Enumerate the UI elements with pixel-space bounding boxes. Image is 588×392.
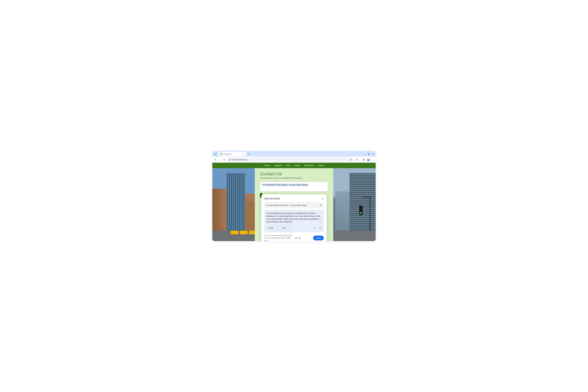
extensions-button[interactable] [356, 158, 358, 161]
thumbs-up-icon [295, 237, 298, 239]
close-window-button[interactable] [372, 153, 374, 155]
reload-icon [223, 158, 226, 161]
nav-support[interactable]: Support [274, 164, 281, 166]
close-icon [242, 153, 244, 155]
browser-toolbar: www.example.com [212, 157, 376, 163]
new-tab-button[interactable] [247, 152, 250, 156]
feedback-thumbs [295, 237, 301, 239]
nav-about[interactable]: About [318, 164, 324, 166]
hero: Contact Us Ask a question or write a mes… [212, 168, 376, 241]
svg-rect-3 [364, 159, 364, 160]
minimize-button[interactable] [363, 153, 365, 155]
caret-down-icon [289, 227, 290, 228]
browser-window: Contact Us www.example.com [212, 151, 376, 241]
svg-point-6 [373, 160, 373, 160]
undo-icon [314, 226, 316, 229]
google-icon [229, 159, 231, 161]
caret-down-icon [276, 227, 278, 228]
page-subtitle: Ask a question or write a message to the… [260, 177, 328, 179]
site-nav: Home Support Chat FAQs Resources About [212, 163, 376, 168]
divider [360, 158, 360, 161]
message-textarea[interactable]: im interested in this place - do you all… [260, 182, 328, 192]
maximize-button[interactable] [368, 153, 370, 155]
tab-title: Contact Us [223, 153, 232, 155]
star-icon [350, 158, 352, 161]
window-controls [363, 153, 374, 155]
tab-strip: Contact Us [212, 151, 376, 157]
tone-label: Tone [282, 226, 286, 229]
reload-button[interactable] [223, 158, 226, 161]
back-button[interactable] [214, 158, 217, 161]
panel-icon [362, 158, 365, 161]
plus-icon [248, 153, 250, 155]
address-bar[interactable]: www.example.com [227, 158, 354, 162]
browser-tab[interactable]: Contact Us [218, 152, 246, 156]
menu-button[interactable] [372, 159, 374, 161]
hmw-close-button[interactable] [322, 198, 324, 200]
maximize-icon [368, 153, 370, 155]
page-content: Home Support Chat FAQs Resources About C… [212, 163, 376, 241]
hmw-output-text: I'm interested in your property. It's ex… [266, 212, 322, 223]
nav-faqs[interactable]: FAQs [295, 164, 300, 166]
thumbs-down-icon [298, 237, 301, 239]
hmw-disclaimer: This is an experimental AI writing aid a… [264, 234, 294, 241]
close-icon [372, 153, 374, 155]
side-panel-button[interactable] [362, 158, 365, 161]
bookmark-button[interactable] [350, 158, 352, 161]
message-text: im interested in this place - do you all… [262, 184, 308, 186]
minimize-icon [363, 153, 365, 155]
help-me-write-panel: Help Me Write im interested in this plac… [261, 194, 327, 241]
nav-home[interactable]: Home [264, 164, 270, 166]
pencil-icon [319, 204, 322, 206]
tab-close-button[interactable] [242, 153, 244, 155]
arrow-right-icon [218, 158, 221, 161]
forward-button[interactable] [218, 158, 221, 161]
nav-chat[interactable]: Chat [286, 164, 290, 166]
puzzle-icon [356, 158, 358, 161]
nav-resources[interactable]: Resources [304, 164, 314, 166]
svg-point-4 [373, 159, 373, 159]
arrow-left-icon [214, 158, 216, 161]
hmw-edit-button[interactable] [319, 204, 322, 206]
hmw-prompt-row: im interested in this place - do you all… [264, 202, 324, 208]
favicon-icon [220, 153, 222, 155]
toolbar-actions [356, 158, 374, 161]
url-text: www.example.com [232, 159, 348, 161]
svg-rect-1 [368, 154, 370, 155]
thumbs-up-button[interactable] [295, 237, 298, 239]
regenerate-button[interactable] [318, 226, 322, 230]
hmw-output: I'm interested in your property. It's ex… [264, 210, 324, 232]
refresh-icon [319, 226, 321, 229]
hmw-title: Help Me Write [264, 197, 280, 200]
tone-dropdown[interactable]: Tone [280, 225, 292, 230]
length-label: Length [268, 226, 274, 229]
profile-avatar[interactable] [367, 158, 370, 161]
insert-button[interactable]: Insert [313, 236, 324, 240]
hmw-prompt-text: im interested in this place - do you all… [266, 204, 307, 206]
thumbs-down-button[interactable] [298, 237, 301, 239]
chevron-down-icon [215, 153, 216, 155]
tab-search-button[interactable] [214, 152, 217, 156]
undo-button[interactable] [314, 226, 317, 230]
length-dropdown[interactable]: Length [266, 225, 279, 230]
svg-point-5 [373, 160, 373, 160]
kebab-icon [372, 159, 374, 161]
close-icon [322, 198, 324, 200]
page-title: Contact Us [260, 171, 328, 176]
